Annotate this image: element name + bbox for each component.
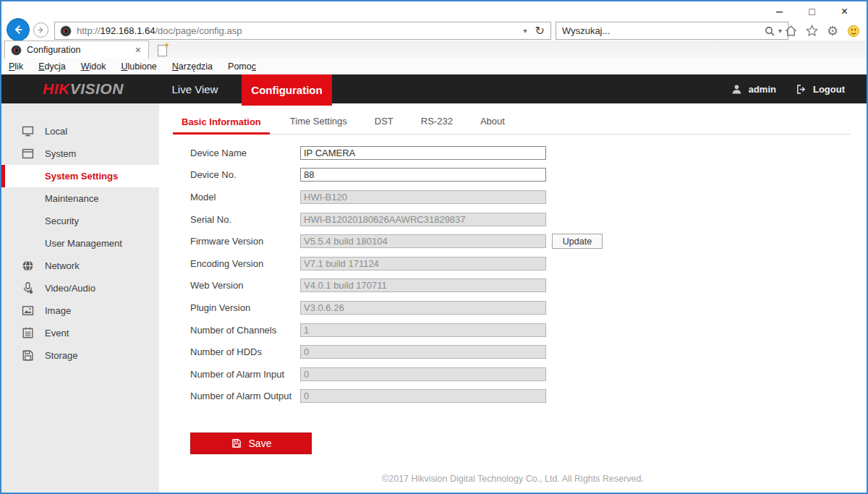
back-button[interactable] (7, 18, 30, 41)
menu-widok[interactable]: Widok (81, 61, 106, 72)
nav-configuration[interactable]: Configuration (242, 74, 332, 106)
hikvision-logo: HIKVISION (43, 74, 124, 103)
user-icon (731, 83, 743, 95)
sidebar-item-system[interactable]: System (1, 142, 159, 165)
form-row-encoding-version: Encoding Version (190, 252, 603, 275)
device-no-input[interactable] (300, 168, 546, 182)
logout-label: Logout (813, 84, 845, 95)
nav-live-view[interactable]: Live View (150, 74, 240, 103)
event-clipboard-icon (21, 326, 35, 340)
form-row-plugin-version: Plugin Version (190, 297, 603, 319)
content-tab-strip: Basic Information Time Settings DST RS-2… (173, 114, 851, 135)
tab-favicon-camera-icon (11, 45, 22, 56)
minimize-button[interactable]: – (763, 3, 796, 20)
number-of-alarm-input-label: Number of Alarm Input (190, 369, 300, 380)
maximize-button[interactable]: □ (796, 3, 828, 20)
address-bar[interactable]: http://192.168.1.64/doc/page/config.asp … (54, 22, 551, 40)
number-of-hdds-value (300, 345, 546, 359)
current-user: admin (731, 83, 776, 95)
sidebar-item-user-management[interactable]: User Management (1, 232, 159, 255)
settings-gear-icon[interactable]: ⚙ (825, 24, 840, 38)
back-arrow-icon (12, 23, 25, 36)
sidebar-item-storage[interactable]: Storage (1, 344, 159, 367)
tab-close-icon[interactable]: × (134, 44, 142, 56)
tab-time-settings[interactable]: Time Settings (281, 116, 356, 134)
web-version-value (300, 278, 546, 292)
device-name-input[interactable] (300, 146, 546, 160)
model-value (300, 190, 546, 204)
sidebar-item-maintenance[interactable]: Maintenance (1, 187, 159, 210)
sidebar-item-security[interactable]: Security (1, 210, 159, 232)
serial-no-label: Serial No. (190, 214, 300, 225)
search-input[interactable] (556, 25, 764, 36)
main-content: Basic Information Time Settings DST RS-2… (159, 103, 867, 493)
tab-dst[interactable]: DST (366, 116, 402, 134)
address-dropdown-icon[interactable]: ▾ (519, 27, 532, 35)
home-icon[interactable] (783, 24, 798, 38)
sidebar-item-network[interactable]: Network (1, 255, 159, 277)
number-of-alarm-output-value (300, 389, 546, 403)
storage-floppy-icon (21, 349, 35, 362)
form-row-number-of-hdds: Number of HDDs (190, 341, 603, 363)
form-row-device-no: Device No. (190, 164, 603, 187)
close-button[interactable]: × (828, 3, 861, 20)
browser-tab-strip: Configuration × ★ (1, 41, 867, 59)
tab-basic-information[interactable]: Basic Information (173, 116, 270, 135)
sidebar-item-video-audio[interactable]: Video/Audio (1, 277, 159, 299)
device-name-label: Device Name (190, 148, 300, 158)
search-box: ▾ (556, 22, 788, 40)
form-row-web-version: Web Version (190, 275, 603, 297)
menu-narzedzia[interactable]: Narzędzia (172, 61, 213, 72)
app-header: HIKVISION Live View Configuration admin … (1, 74, 867, 103)
update-button[interactable]: Update (552, 234, 603, 249)
encoding-version-label: Encoding Version (190, 258, 300, 269)
form-row-number-of-alarm-output: Number of Alarm Output (190, 386, 603, 408)
number-of-channels-label: Number of Channels (190, 325, 300, 336)
encoding-version-value (300, 257, 546, 271)
sidebar-item-event[interactable]: Event (1, 322, 159, 344)
web-version-label: Web Version (190, 280, 300, 291)
menu-ulubione[interactable]: Ulubione (121, 61, 156, 72)
microphone-icon (21, 281, 35, 295)
form-row-device-name: Device Name (190, 142, 603, 164)
plugin-version-value (300, 301, 546, 315)
logout-button[interactable]: Logout (795, 83, 845, 95)
sidebar-item-system-settings[interactable]: System Settings (1, 165, 159, 187)
menu-plik[interactable]: Plik (9, 61, 23, 72)
tab-about[interactable]: About (472, 116, 514, 134)
save-label: Save (249, 438, 272, 449)
sidebar-item-local[interactable]: Local (1, 120, 159, 142)
save-button[interactable]: Save (190, 433, 312, 454)
form-row-serial-no: Serial No. (190, 208, 603, 231)
new-tab-page-icon: ★ (158, 45, 167, 56)
new-tab-button[interactable]: ★ (153, 43, 171, 58)
browser-nav-bar: http://192.168.1.64/doc/page/config.asp … (1, 20, 867, 41)
form-row-number-of-alarm-input: Number of Alarm Input (190, 363, 603, 386)
serial-no-value (300, 213, 546, 226)
search-icon[interactable] (764, 25, 775, 37)
username-label: admin (749, 84, 776, 95)
system-window-icon (21, 147, 35, 161)
browser-window: – □ × http://192.168.1.64/doc/page/confi… (0, 0, 868, 494)
forward-button[interactable] (33, 22, 48, 38)
firmware-version-value (300, 234, 546, 248)
new-tab-star-icon: ★ (163, 41, 169, 48)
form-row-number-of-channels: Number of Channels (190, 319, 603, 341)
refresh-icon[interactable]: ↻ (532, 25, 548, 37)
tab-rs-232[interactable]: RS-232 (412, 116, 461, 134)
feedback-smiley-icon[interactable] (846, 24, 861, 38)
form-row-firmware-version: Firmware Version Update (190, 230, 603, 252)
form-row-model: Model (190, 186, 603, 208)
copyright-footer: ©2017 Hikvision Digital Technology Co., … (159, 474, 867, 484)
site-favicon-camera-icon (60, 25, 72, 37)
app-body: Local System System Settings Maintenance… (1, 103, 867, 493)
browser-tab-configuration[interactable]: Configuration × (4, 41, 149, 59)
save-floppy-icon (231, 438, 242, 449)
menu-pomoc[interactable]: Pomoc (228, 61, 256, 72)
sidebar-item-image[interactable]: Image (1, 299, 159, 322)
browser-menu-bar: Plik Edycja Widok Ulubione Narzędzia Pom… (1, 59, 867, 74)
firmware-version-label: Firmware Version (190, 236, 300, 247)
menu-edycja[interactable]: Edycja (38, 61, 66, 72)
plugin-version-label: Plugin Version (190, 302, 300, 313)
favorites-star-icon[interactable] (804, 24, 819, 38)
